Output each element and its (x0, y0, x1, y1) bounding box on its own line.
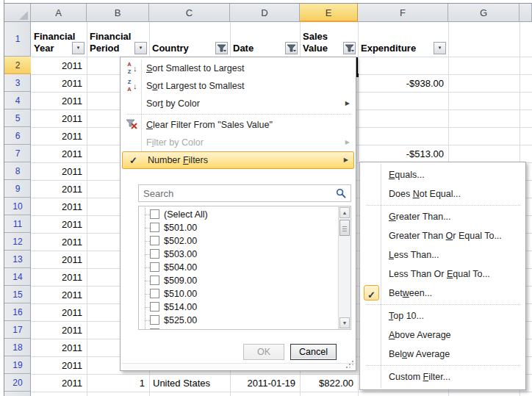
submenu-item-greater-than[interactable]: Greater Than... (361, 207, 525, 226)
cell-A11[interactable]: 2011 (32, 216, 87, 233)
cell-D20[interactable]: 2011-01-19 (231, 375, 300, 392)
row-header-20[interactable]: 20 (4, 374, 31, 392)
value-checkbox[interactable] (150, 276, 159, 285)
column-header-B[interactable]: B (87, 4, 149, 22)
cell-A18[interactable]: 2011 (32, 339, 87, 356)
row-header-14[interactable]: 14 (4, 268, 31, 286)
row-header-13[interactable]: 13 (4, 251, 31, 268)
menu-item-filter-by-color[interactable]: Filter by Color▶ (121, 134, 355, 151)
cell-E20[interactable]: $822.00 (301, 375, 358, 392)
ok-button[interactable]: OK (243, 344, 284, 360)
cell-A20[interactable]: 2011 (32, 375, 87, 392)
cell-A12[interactable]: 2011 (32, 234, 87, 251)
column-header-C[interactable]: C (149, 4, 230, 22)
value-item-514-00[interactable]: $514.00 (139, 300, 337, 314)
cell-A10[interactable]: 2011 (32, 198, 87, 215)
submenu-item-custom-filter[interactable]: Custom Filter... (361, 367, 525, 386)
menu-item-number-filters[interactable]: ✓Number Filters▶ (122, 151, 354, 169)
header-cell-D[interactable]: Date (230, 22, 300, 57)
cell-A6[interactable]: 2011 (32, 128, 87, 145)
dropdown-arrow-button-F[interactable]: ▼ (434, 42, 446, 54)
cell-C20[interactable]: United States (150, 375, 230, 392)
row-header-12[interactable]: 12 (4, 233, 31, 251)
cell-F7[interactable]: -$513.00 (359, 145, 448, 162)
row-header-3[interactable]: 3 (4, 74, 31, 92)
cancel-button[interactable]: Cancel (290, 344, 337, 360)
value-checkbox[interactable] (150, 262, 159, 272)
menu-item-sort-largest-to-smallest[interactable]: ZA↓Sort Largest to Smallest (121, 77, 355, 95)
header-cell-F[interactable]: Expenditure▼ (358, 22, 448, 57)
value-item-510-00[interactable]: $510.00 (139, 287, 337, 300)
submenu-item-between[interactable]: ✓Between... (361, 284, 525, 303)
row-header-19[interactable]: 19 (4, 356, 31, 374)
cell-A8[interactable]: 2011 (32, 163, 87, 180)
value-checkbox[interactable] (150, 289, 159, 298)
row-header-9[interactable]: 9 (4, 180, 31, 198)
column-header-partial[interactable] (520, 4, 532, 22)
value-checkbox[interactable] (150, 302, 159, 312)
row-header-10[interactable]: 10 (4, 198, 31, 215)
dropdown-arrow-button-B[interactable]: ▼ (134, 42, 147, 54)
cell-A5[interactable]: 2011 (32, 110, 87, 127)
select-all-corner[interactable] (4, 4, 31, 22)
value-item-select-all[interactable]: (Select All) (139, 208, 337, 221)
cell-A2[interactable]: 2011 (32, 57, 87, 74)
filter-funnel-button-E[interactable] (343, 42, 356, 54)
column-header-D[interactable]: D (230, 4, 300, 22)
cell-A14[interactable]: 2011 (32, 269, 87, 286)
row-header-15[interactable]: 15 (4, 286, 31, 303)
cell-A4[interactable]: 2011 (32, 93, 87, 109)
menu-item-sort-smallest-to-largest[interactable]: AZ↓Sort Smallest to Largest (121, 60, 355, 77)
cell-A3[interactable]: 2011 (32, 75, 87, 92)
row-header-1[interactable]: 1 (4, 22, 31, 57)
value-item-509-00[interactable]: $509.00 (139, 274, 337, 287)
cell-B20[interactable]: 1 (87, 375, 149, 392)
cell-A16[interactable]: 2011 (32, 304, 87, 321)
row-header-17[interactable]: 17 (4, 321, 31, 339)
value-item-502-00[interactable]: $502.00 (139, 234, 337, 248)
value-checkbox[interactable] (150, 209, 159, 219)
row-header-16[interactable]: 16 (4, 303, 31, 321)
submenu-item-greater-than-or-equal-to[interactable]: Greater Than Or Equal To... (361, 226, 525, 245)
value-item-504-00[interactable]: $504.00 (139, 261, 337, 274)
cell-A15[interactable]: 2011 (32, 287, 87, 303)
value-item-503-00[interactable]: $503.00 (139, 248, 337, 261)
row-header-7[interactable]: 7 (4, 145, 31, 162)
row-header-8[interactable]: 8 (4, 162, 31, 180)
submenu-item-equals[interactable]: Equals... (361, 165, 525, 184)
scrollbar-thumb[interactable] (339, 220, 350, 236)
header-cell-B[interactable]: Financial Period▼ (87, 22, 149, 57)
column-header-A[interactable]: A (31, 4, 87, 22)
cell-F3[interactable]: -$938.00 (359, 75, 448, 92)
submenu-item-less-than[interactable]: Less Than... (361, 245, 525, 264)
cell-A17[interactable]: 2011 (32, 322, 87, 339)
menu-item-clear-filter-from-sales-value[interactable]: Clear Filter From "Sales Value" (121, 116, 355, 134)
filter-funnel-button-C[interactable] (215, 42, 228, 54)
value-item-525-00[interactable]: $525.00 (139, 314, 337, 327)
column-header-E[interactable]: E (300, 4, 358, 22)
row-header-18[interactable]: 18 (4, 339, 31, 356)
value-checkbox[interactable] (150, 315, 159, 325)
submenu-item-below-average[interactable]: Below Average (361, 345, 525, 364)
search-input[interactable] (142, 187, 326, 200)
cell-A7[interactable]: 2011 (32, 145, 87, 162)
row-header-6[interactable]: 6 (4, 127, 31, 145)
header-cell-C[interactable]: Country (149, 22, 230, 57)
header-cell-E[interactable]: Sales Value (300, 22, 358, 57)
submenu-item-above-average[interactable]: Above Average (361, 325, 525, 345)
cell-A9[interactable]: 2011 (32, 181, 87, 198)
submenu-item-does-not-equal[interactable]: Does Not Equal... (361, 184, 525, 204)
column-header-G[interactable]: G (448, 4, 520, 22)
value-checkbox[interactable] (150, 223, 159, 232)
value-checkbox[interactable] (150, 249, 159, 259)
scroll-up-icon[interactable]: ▲ (339, 207, 350, 218)
cell-A19[interactable]: 2011 (32, 357, 87, 374)
value-item-501-00[interactable]: $501.00 (139, 221, 337, 234)
cell-A13[interactable]: 2011 (32, 251, 87, 268)
value-checkbox[interactable] (150, 328, 159, 329)
filter-funnel-button-D[interactable] (285, 42, 298, 54)
value-item-partial[interactable] (139, 327, 337, 329)
menu-item-sort-by-color[interactable]: Sort by Color▶ (121, 95, 355, 112)
column-header-F[interactable]: F (358, 4, 448, 22)
row-header-11[interactable]: 11 (4, 215, 31, 233)
